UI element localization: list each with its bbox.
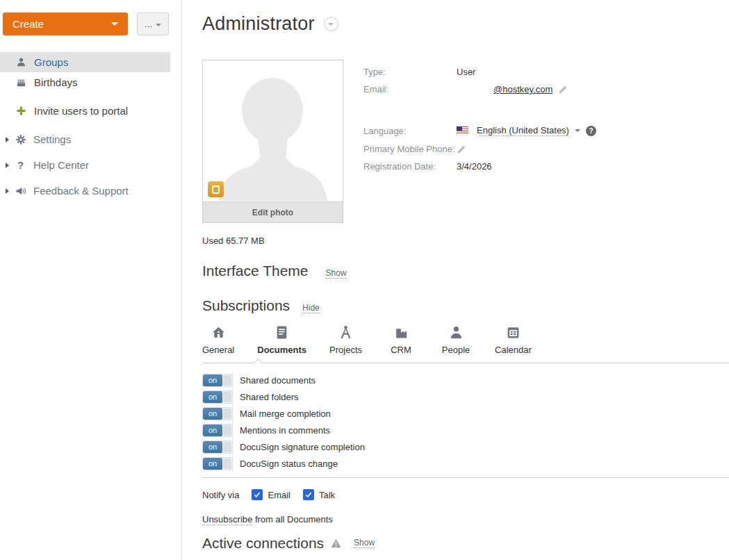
- used-storage-text: Used 65.77 MB: [202, 236, 729, 246]
- create-button[interactable]: Create: [3, 13, 128, 35]
- building-icon: [394, 324, 409, 340]
- notify-email-checkbox[interactable]: [252, 489, 263, 500]
- sidebar: Create ... Groups Birthdays: [0, 0, 182, 560]
- field-phone: Primary Mobile Phone:: [363, 140, 596, 158]
- email-link[interactable]: @hostkey.com: [493, 84, 552, 94]
- notify-talk-checkbox[interactable]: [303, 489, 314, 500]
- profile-actions-dropdown-icon[interactable]: [324, 17, 338, 31]
- calendar-icon: [506, 324, 521, 340]
- subscription-toggle-list: on Shared documents on Shared folders on…: [202, 372, 729, 472]
- sidebar-actions: Create ...: [0, 13, 181, 35]
- subscription-tabs: General Documents Projects CRM: [202, 324, 729, 363]
- notify-email-label: Email: [268, 490, 290, 500]
- people-profile-page: Create ... Groups Birthdays: [0, 0, 729, 560]
- tab-label: Calendar: [495, 345, 532, 355]
- tab-label: Documents: [257, 345, 306, 355]
- language-select[interactable]: English (United States): [477, 125, 569, 136]
- compass-icon: [338, 324, 353, 340]
- chevron-down-icon[interactable]: [575, 129, 580, 132]
- section-title: Subscriptions: [202, 297, 290, 314]
- sidebar-item-label: Settings: [33, 133, 71, 145]
- main-content: Administrator Edit photo Type:: [182, 0, 729, 560]
- sidebar-item-invite-users[interactable]: Invite users to portal: [0, 101, 170, 121]
- avatar: [203, 60, 343, 201]
- chevron-right-icon: [6, 188, 9, 194]
- tab-people[interactable]: People: [440, 324, 472, 355]
- toggle-row-mail-merge: on Mail merge completion: [202, 405, 729, 422]
- tab-crm[interactable]: CRM: [385, 324, 417, 355]
- field-label: Type:: [363, 67, 457, 77]
- unsubscribe-rest-text: from all Documents: [252, 514, 333, 525]
- tab-calendar[interactable]: Calendar: [495, 324, 532, 355]
- sidebar-item-birthdays[interactable]: Birthdays: [0, 72, 170, 92]
- create-button-label: Create: [13, 18, 44, 30]
- toggle-label: DocuSign status change: [240, 459, 338, 469]
- section-title: Active connections: [202, 535, 324, 552]
- tab-documents[interactable]: Documents: [257, 324, 306, 355]
- edit-pencil-icon[interactable]: [457, 145, 466, 154]
- toggle-label: Mail merge completion: [240, 409, 331, 419]
- subscriptions-hide-link[interactable]: Hide: [302, 304, 320, 313]
- edit-photo-button[interactable]: Edit photo: [202, 201, 343, 223]
- toggle-label: DocuSign signature completion: [240, 442, 365, 452]
- field-label: Primary Mobile Phone:: [363, 144, 457, 154]
- help-icon[interactable]: ?: [586, 126, 596, 136]
- person-icon: [15, 56, 27, 68]
- tab-label: People: [442, 345, 470, 355]
- sidebar-item-settings[interactable]: Settings: [0, 129, 170, 149]
- sidebar-menu: Groups Birthdays Invite users to portal: [0, 52, 181, 201]
- field-value: User: [457, 67, 475, 77]
- field-email: Email: @hostkey.com: [363, 81, 596, 98]
- tab-label: Projects: [329, 345, 362, 355]
- interface-theme-show-link[interactable]: Show: [326, 269, 347, 279]
- tab-projects[interactable]: Projects: [329, 324, 362, 355]
- more-actions-button[interactable]: ...: [137, 13, 169, 35]
- sidebar-item-groups[interactable]: Groups: [0, 52, 170, 72]
- section-divider: [202, 477, 729, 478]
- toggle-switch[interactable]: on: [202, 390, 233, 404]
- toggle-switch[interactable]: on: [202, 440, 233, 454]
- toggle-label: Shared documents: [240, 375, 316, 386]
- page-title: Administrator: [202, 13, 315, 35]
- field-registration-date: Registration Date: 3/4/2026: [363, 158, 596, 175]
- birthday-cake-icon: [15, 76, 27, 88]
- toggle-switch[interactable]: on: [202, 374, 233, 387]
- chevron-right-icon: [6, 163, 9, 168]
- toggle-row-shared-folders: on Shared folders: [202, 388, 729, 405]
- chevron-down-icon: [156, 24, 161, 26]
- person-icon: [449, 324, 464, 340]
- toggle-row-shared-documents: on Shared documents: [202, 372, 729, 388]
- toggle-switch[interactable]: on: [202, 424, 233, 437]
- field-type: Type: User: [363, 63, 596, 81]
- toggle-label: Mentions in comments: [240, 425, 330, 436]
- tab-general[interactable]: General: [202, 324, 234, 355]
- subscriptions-section: Subscriptions Hide: [202, 297, 729, 314]
- active-connections-section: Active connections Show: [202, 535, 729, 552]
- active-connections-show-link[interactable]: Show: [354, 538, 375, 548]
- field-label: Language:: [363, 126, 457, 136]
- document-icon: [276, 324, 288, 340]
- edit-pencil-icon[interactable]: [558, 85, 568, 94]
- sidebar-item-help-center[interactable]: ? Help Center: [0, 155, 170, 175]
- more-actions-label: ...: [145, 19, 152, 29]
- toggle-switch[interactable]: on: [202, 457, 233, 470]
- sidebar-item-label: Groups: [34, 56, 68, 68]
- sidebar-item-label: Invite users to portal: [34, 105, 128, 117]
- chevron-right-icon: [6, 137, 9, 142]
- checkmark-icon: [304, 491, 313, 499]
- sidebar-item-label: Birthdays: [34, 76, 78, 88]
- plus-icon: [15, 105, 27, 117]
- profile-photo-card: Edit photo: [202, 60, 343, 223]
- sidebar-item-feedback-support[interactable]: Feedback & Support: [0, 181, 170, 201]
- toggle-switch[interactable]: on: [202, 407, 233, 420]
- sidebar-item-label: Feedback & Support: [33, 185, 129, 197]
- profile-photo: [202, 60, 343, 201]
- gear-icon: [15, 133, 26, 145]
- field-label: Email:: [363, 84, 457, 94]
- unsubscribe-link[interactable]: Unsubscribe: [202, 514, 252, 525]
- us-flag-icon: [457, 126, 468, 135]
- interface-theme-section: Interface Theme Show: [202, 263, 729, 279]
- tab-label: General: [202, 345, 234, 355]
- profile-info: Type: User Email: @hostkey.com Language:: [363, 60, 596, 223]
- onlyoffice-badge-icon[interactable]: [208, 181, 224, 197]
